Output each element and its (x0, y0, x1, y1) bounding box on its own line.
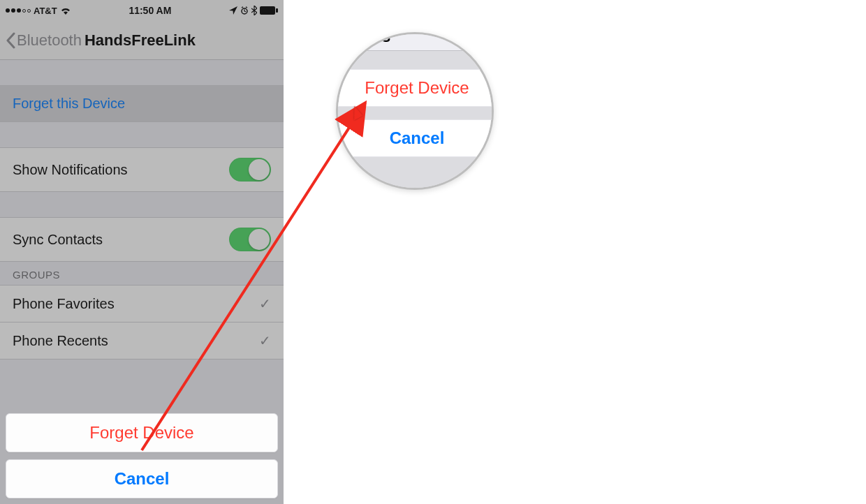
cancel-button-label: Cancel (115, 469, 170, 489)
forget-this-device-label: Forget this Device (13, 96, 125, 112)
sync-contacts-toggle[interactable] (229, 228, 271, 251)
checkmark-icon: ✓ (259, 332, 271, 349)
callout-cancel: Cancel (336, 119, 494, 157)
forget-this-device-row[interactable]: Forget this Device (0, 85, 284, 122)
checkmark-icon: ✓ (259, 295, 271, 312)
forget-device-button[interactable]: Forget Device (6, 413, 278, 452)
alarm-icon (240, 6, 249, 15)
callout-top-fragment: ts (336, 32, 494, 51)
cancel-button[interactable]: Cancel (6, 459, 278, 498)
action-sheet: Forget Device Cancel (6, 413, 278, 498)
sync-contacts-row: Sync Contacts (0, 217, 284, 262)
back-label: Bluetooth (17, 31, 82, 50)
show-notifications-label: Show Notifications (13, 162, 128, 178)
forget-device-button-label: Forget Device (89, 423, 193, 443)
groups-header: GROUPS (0, 262, 284, 285)
status-bar: AT&T 11:50 AM (0, 0, 284, 21)
location-icon (229, 6, 237, 15)
wifi-icon (60, 6, 71, 15)
nav-bar: Bluetooth HandsFreeLink (0, 21, 284, 60)
phone-favorites-row[interactable]: Phone Favorites ✓ (0, 285, 284, 323)
show-notifications-toggle[interactable] (229, 158, 271, 181)
svg-rect-1 (260, 6, 275, 15)
phone-screenshot: AT&T 11:50 AM Bluetooth Hands (0, 0, 284, 504)
nav-title: HandsFreeLink (85, 31, 196, 50)
bluetooth-icon (251, 6, 257, 15)
status-time: 11:50 AM (129, 5, 171, 16)
status-left: AT&T (6, 6, 71, 16)
sync-contacts-label: Sync Contacts (13, 232, 103, 248)
show-notifications-row: Show Notifications (0, 147, 284, 192)
chevron-left-icon (6, 32, 15, 49)
carrier-label: AT&T (34, 6, 57, 16)
phone-recents-row[interactable]: Phone Recents ✓ (0, 323, 284, 360)
phone-favorites-label: Phone Favorites (13, 296, 115, 312)
signal-strength-icon (6, 8, 31, 13)
phone-recents-label: Phone Recents (13, 333, 108, 349)
back-button[interactable]: Bluetooth (6, 31, 82, 50)
battery-icon (260, 6, 278, 15)
svg-rect-2 (276, 8, 278, 13)
status-right (229, 6, 278, 15)
callout-forget-device: Forget Device (336, 69, 494, 107)
